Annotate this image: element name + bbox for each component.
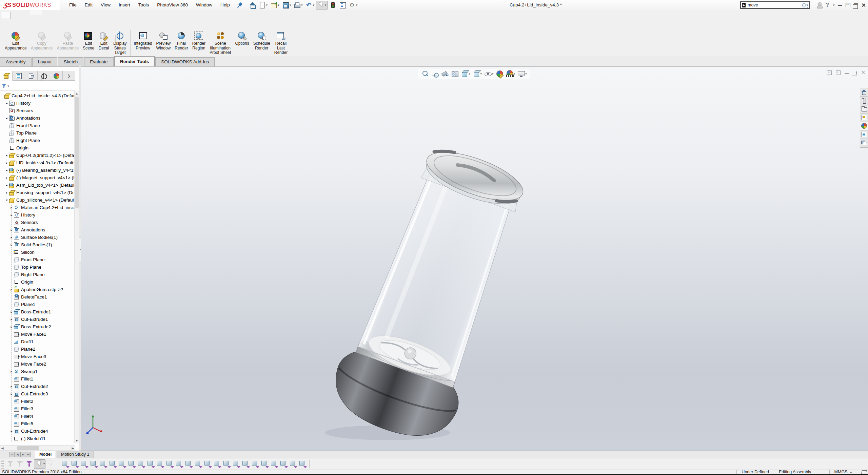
dimxpertmanager-tab[interactable] [38,71,50,81]
tree-item-sensors[interactable]: Sensors [9,219,38,226]
undo-button-dropdown[interactable]: ▾ [313,3,315,7]
recall-last-render-button[interactable]: RecallLastRender [272,30,290,56]
tree-item-asm-lid-top-v4-1-default[interactable]: ▸Asm_Lid_top_v4<1> (Default< [5,181,75,189]
close-button[interactable]: ✕ [862,2,866,8]
scroll-down-arrow[interactable]: ▼ [75,438,79,443]
menu-tools[interactable]: Tools [134,0,153,10]
filter-center-of-mass-icon[interactable] [270,460,279,469]
hscroll-thumb[interactable] [17,446,39,450]
filter-solid-bodies-icon[interactable] [99,460,108,469]
print-button-dropdown[interactable]: ▾ [301,3,303,7]
tree-item-solid-bodies-1[interactable]: ▸Solid Bodies(1) [9,241,52,248]
toggle-selection-filters-icon[interactable] [25,460,34,469]
tree-item-annotations[interactable]: ▸Annotations [9,226,45,233]
filter-connection-points-icon[interactable] [298,460,307,469]
tree-item-history[interactable]: ▸History [9,211,35,219]
login-user-icon[interactable] [817,2,822,8]
tree-item-mates-in-cup4-2-lid-insid[interactable]: ▸Mates in Cup4.2+Lid_insid [9,204,75,211]
options-button[interactable]: Options [233,30,251,56]
select-button-dropdown[interactable]: ▾ [325,3,327,7]
tab-motion-study-1[interactable]: Motion Study 1 [57,451,94,458]
filter-weld-symbols-icon[interactable] [232,460,241,469]
expander-icon[interactable]: ▾ [5,198,9,202]
tree-item-housing-support-v4-1-defa[interactable]: ▸Housing_support_v4<1> (Defa [5,189,75,196]
tree-item-draft1[interactable]: Draft1 [9,338,34,345]
open-button[interactable]: ▾ [269,1,280,9]
filter-balloons-icon[interactable] [213,460,222,469]
expander-icon[interactable]: ▸ [9,392,14,396]
menu-photoview-360[interactable]: PhotoView 360 [153,0,192,10]
print-button[interactable]: ▾ [293,1,304,9]
magnifier-icon[interactable] [802,3,806,7]
tree-item-fillet5[interactable]: Fillet5 [9,420,33,427]
tree-item-boss-extrude1[interactable]: ▸Boss-Extrude1 [9,308,51,315]
new-document-button[interactable]: ▾ [258,1,269,9]
resize-button[interactable] [846,3,850,7]
filter-midpoints-icon[interactable] [146,460,155,469]
help-icon[interactable]: ? [826,0,829,10]
new-document-button-dropdown[interactable]: ▾ [266,3,268,7]
expander-icon[interactable]: ▸ [9,370,14,373]
filter-annotations-icon[interactable] [251,460,260,469]
tree-item-move-face1[interactable]: Move Face1 [9,330,46,338]
tree-item-origin[interactable]: Origin [5,144,28,151]
expander-icon[interactable]: ▸ [9,206,14,209]
file-properties-button[interactable] [338,1,347,9]
tree-item-cup-silicone-v4-1-default[interactable]: ▾Cup_silicone_v4<1> (Default< [5,196,75,204]
help-dropdown-caret[interactable]: ▾ [833,3,835,7]
select-other-button[interactable] [45,459,57,469]
scroll-up-arrow[interactable]: ▲ [75,91,79,96]
nav-first-button[interactable]: ⏮ [9,452,15,457]
home-button[interactable] [248,1,257,9]
pin-icon[interactable] [236,2,243,8]
filter-datums-icon[interactable] [175,460,184,469]
save-button[interactable]: ▾ [281,1,292,9]
filter-geometric-tolerances-icon[interactable] [222,460,231,469]
scroll-left-arrow[interactable]: ◀ [0,446,5,451]
filter-vertices-icon[interactable] [61,460,70,469]
tree-horizontal-scrollbar[interactable]: ◀ ▶ [0,445,75,451]
expander-icon[interactable]: ▸ [9,213,14,217]
tree-item-apatineguma-stp[interactable]: ▸ApatineGuma.stp->? [9,286,63,293]
tree-item-fillet1[interactable]: Fillet1 [9,375,33,383]
options-button-dropdown[interactable]: ▾ [356,3,358,7]
toolbar-grip[interactable] [1,460,4,469]
filter-datum-targets-icon[interactable] [241,460,250,469]
filter-dropdown-caret[interactable]: ▾ [7,84,9,88]
tree-item-fillet3[interactable]: Fillet3 [9,405,33,412]
expander-icon[interactable]: ▸ [9,288,14,291]
final-render-button[interactable]: FinalRender [173,30,190,56]
expander-icon[interactable]: ▸ [5,176,9,180]
tree-item-sensors[interactable]: Sensors [5,107,33,114]
model-render-cup-assembly[interactable] [81,67,868,451]
expander-icon[interactable]: ▸ [9,228,14,232]
displaymanager-tab[interactable] [50,71,63,81]
nav-last-button[interactable]: ⏭ [26,452,31,457]
tab-solidworks-add-ins[interactable]: SOLIDWORKS Add-Ins [155,57,215,66]
open-button-dropdown[interactable]: ▾ [278,3,279,7]
command-search[interactable]: ▶ ▾ [740,1,810,9]
tag-icon[interactable] [861,470,867,474]
tree-item-plane2[interactable]: Plane2 [9,345,35,353]
menu-view[interactable]: View [97,0,115,10]
filter-surface-finish-symbols-icon[interactable] [194,460,203,469]
tree-item-top-plane[interactable]: Top Plane [5,129,37,137]
tree-item-item[interactable] [5,442,16,443]
tree-item-sketch11[interactable]: (-) Sketch11 [9,435,46,442]
expander-icon[interactable]: ▸ [9,325,14,329]
filter-routing-points-icon[interactable] [165,460,174,469]
configurationmanager-tab[interactable] [25,71,38,81]
tree-item-cup4-2-lid-inside-v4-3-default-d[interactable]: Cup4.2+Lid_inside_v4.3 (Default<D [0,92,75,99]
scroll-thumb[interactable] [75,97,79,208]
tree-item-right-plane[interactable]: Right Plane [9,271,45,278]
tree-item-deleteface1[interactable]: DeleteFace1 [9,293,47,301]
integrated-preview-button[interactable]: IntegratedPreview [132,30,154,56]
tab-assembly[interactable]: Assembly [0,57,32,66]
tree-item-surface-bodies-1[interactable]: ▸Surface Bodies(1) [9,233,58,241]
filter-sketch-segments-icon[interactable] [137,460,146,469]
tree-item-magnet-support-v4-1-de[interactable]: ▸(-) Magnet_support_v4<1> (De [5,174,75,181]
select-tool-button[interactable] [34,459,45,469]
cascade-windows-button[interactable] [854,3,858,7]
nav-next-button[interactable]: ▶ [20,452,25,457]
menu-window[interactable]: Window [192,0,216,10]
